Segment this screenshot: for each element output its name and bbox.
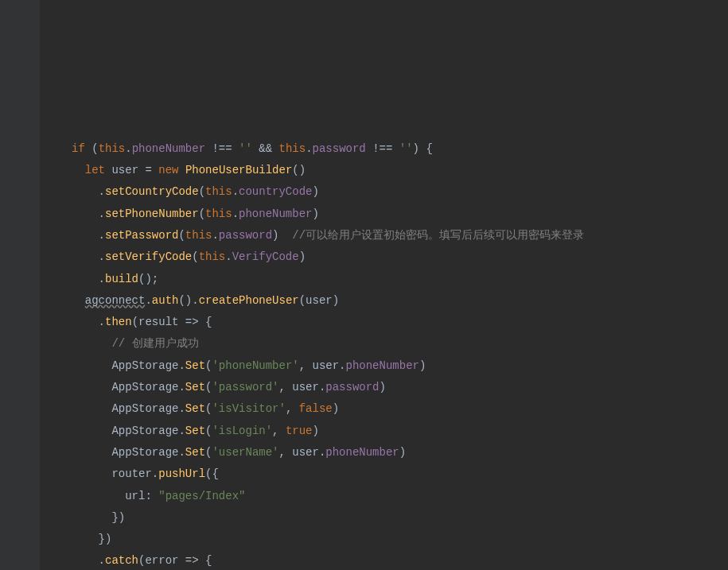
str-password: 'password' <box>212 381 278 394</box>
paren: () <box>178 294 192 307</box>
bool-false: false <box>299 402 333 415</box>
dot: . <box>99 185 105 198</box>
method-then: then <box>105 316 132 328</box>
str-phoneNumber: 'phoneNumber' <box>212 359 298 372</box>
dot: . <box>306 142 312 155</box>
paren: () <box>292 164 306 176</box>
brace: { <box>212 467 218 480</box>
keyword-this: this <box>99 142 126 155</box>
prop-countryCode: countryCode <box>239 185 312 198</box>
prop-phoneNumber: phoneNumber <box>325 446 399 459</box>
paren: ) <box>312 207 318 220</box>
method-pushUrl: pushUrl <box>158 467 205 480</box>
paren: ( <box>132 316 138 328</box>
paren: ) <box>312 185 318 198</box>
dot: . <box>225 250 232 263</box>
method-Set: Set <box>185 446 205 459</box>
op-and: && <box>259 142 272 155</box>
dot: . <box>192 294 198 307</box>
method-setCountryCode: setCountryCode <box>105 185 199 198</box>
keyword-if: if <box>72 142 85 155</box>
bool-true: true <box>286 425 313 437</box>
keyword-this: this <box>279 142 306 155</box>
class-AppStorage: AppStorage <box>111 425 178 437</box>
paren: ( <box>199 185 205 198</box>
method-auth: auth <box>152 294 179 307</box>
str-isVisitor: 'isVisitor' <box>212 402 285 415</box>
paren: ( <box>91 142 98 155</box>
param-result: result <box>138 316 178 328</box>
paren: ) <box>333 402 339 415</box>
arrow: => <box>185 316 199 328</box>
paren: ) <box>419 359 426 372</box>
editor-gutter <box>0 0 40 570</box>
method-setPassword: setPassword <box>105 229 178 242</box>
method-Set: Set <box>185 359 205 372</box>
dot: . <box>178 381 185 394</box>
dot: . <box>99 229 105 242</box>
dot: . <box>99 316 105 328</box>
paren: ) <box>399 446 406 459</box>
paren: ) <box>333 294 339 307</box>
var-user: user <box>111 164 138 176</box>
comma: , <box>278 381 285 394</box>
method-setPhoneNumber: setPhoneNumber <box>105 207 199 220</box>
keyword-this: this <box>185 229 212 242</box>
code-editor[interactable]: if (this.phoneNumber !== '' && this.pass… <box>72 138 728 570</box>
var-user: user <box>292 381 319 394</box>
brace: } <box>99 533 105 545</box>
paren: ) <box>272 229 278 242</box>
paren: ) <box>105 533 111 545</box>
brace: { <box>205 554 212 567</box>
keyword-this: this <box>199 250 226 263</box>
comma: , <box>299 359 306 372</box>
var-user: user <box>292 446 319 459</box>
comment-success: // 创建用户成功 <box>111 337 198 350</box>
paren: ( <box>299 294 306 307</box>
method-Set: Set <box>185 425 205 437</box>
class-AppStorage: AppStorage <box>111 446 178 459</box>
dot: . <box>232 185 239 198</box>
var-user: user <box>306 294 333 307</box>
paren: ) <box>380 381 386 394</box>
class-AppStorage: AppStorage <box>111 381 178 394</box>
dot: . <box>99 273 105 285</box>
dot: . <box>212 229 218 242</box>
comma: , <box>286 402 292 415</box>
method-setVerifyCode: setVerifyCode <box>105 250 192 263</box>
prop-phoneNumber: phoneNumber <box>346 359 419 372</box>
dot: . <box>178 359 185 372</box>
comma: , <box>278 446 285 459</box>
dot: . <box>99 554 105 567</box>
dot: . <box>232 207 239 220</box>
param-error: error <box>145 554 178 567</box>
dot: . <box>339 359 345 372</box>
dot: . <box>152 467 158 480</box>
keyword-let: let <box>85 164 105 176</box>
brace: { <box>426 142 432 155</box>
op-neq: !== <box>212 142 232 155</box>
dot: . <box>145 294 151 307</box>
comment-password: //可以给用户设置初始密码。填写后后续可以用密码来登录 <box>292 229 584 242</box>
paren: ( <box>192 250 198 263</box>
method-catch: catch <box>105 554 138 567</box>
var-user: user <box>313 359 340 372</box>
op-neq: !== <box>372 142 392 155</box>
dot: . <box>178 425 185 437</box>
prop-password: password <box>219 229 272 242</box>
prop-VerifyCode: VerifyCode <box>232 250 299 263</box>
method-Set: Set <box>185 381 205 394</box>
prop-password: password <box>325 381 379 394</box>
prop-phoneNumber: phoneNumber <box>132 142 205 155</box>
dot: . <box>99 250 105 263</box>
str-isLogin: 'isLogin' <box>212 425 272 437</box>
empty-string: '' <box>399 142 413 155</box>
method-Set: Set <box>185 402 205 415</box>
empty-string: '' <box>239 142 252 155</box>
brace: { <box>205 316 212 328</box>
var-agconnect: agconnect <box>85 294 146 307</box>
keyword-this: this <box>205 185 232 198</box>
prop-phoneNumber: phoneNumber <box>239 207 312 220</box>
keyword-this: this <box>205 207 232 220</box>
str-url-value: "pages/Index" <box>158 490 245 502</box>
